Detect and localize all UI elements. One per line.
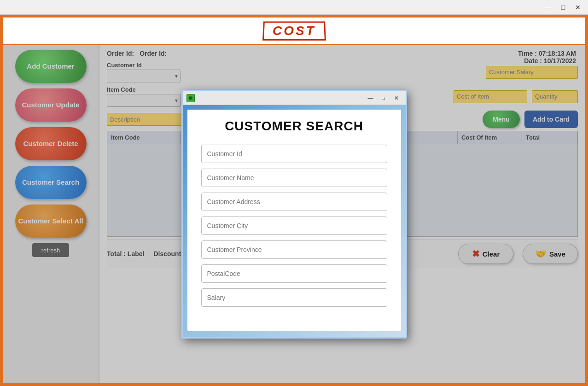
modal-overlay: ▣ — □ ✕ CUSTOMER SEARCH — [3, 45, 585, 383]
minimize-button[interactable]: — — [542, 3, 555, 12]
dialog-customer-address-input[interactable] — [201, 193, 387, 211]
dialog-customer-city-input[interactable] — [201, 216, 387, 235]
content-area: Add Customer Customer Update Customer De… — [3, 45, 585, 383]
logo-text: COST — [262, 22, 326, 41]
dialog-icon-symbol: ▣ — [188, 95, 192, 100]
close-button[interactable]: ✕ — [571, 3, 584, 12]
dialog-customer-province-input[interactable] — [201, 240, 387, 259]
dialog-postal-code-input[interactable] — [201, 264, 387, 283]
dialog-customer-name-input[interactable] — [201, 169, 387, 187]
dialog-icon: ▣ — [186, 94, 195, 102]
app-window: COST Add Customer Customer Update Custom… — [0, 15, 588, 386]
maximize-button[interactable]: □ — [557, 3, 570, 12]
dialog-close-button[interactable]: ✕ — [391, 94, 402, 102]
customer-search-dialog: ▣ — □ ✕ CUSTOMER SEARCH — [181, 90, 407, 339]
dialog-salary-input[interactable] — [201, 288, 387, 307]
title-bar-controls: — □ ✕ — [542, 3, 584, 12]
dialog-maximize-button[interactable]: □ — [378, 94, 389, 102]
dialog-heading: CUSTOMER SEARCH — [201, 119, 387, 134]
dialog-body: CUSTOMER SEARCH — [187, 110, 401, 331]
dialog-title-bar: ▣ — □ ✕ — [183, 91, 406, 105]
logo-area: COST — [3, 18, 585, 45]
dialog-customer-id-input[interactable] — [201, 145, 387, 163]
dialog-title-controls: — □ ✕ — [365, 94, 402, 102]
dialog-minimize-button[interactable]: — — [365, 94, 376, 102]
title-bar: — □ ✕ — [0, 0, 588, 15]
